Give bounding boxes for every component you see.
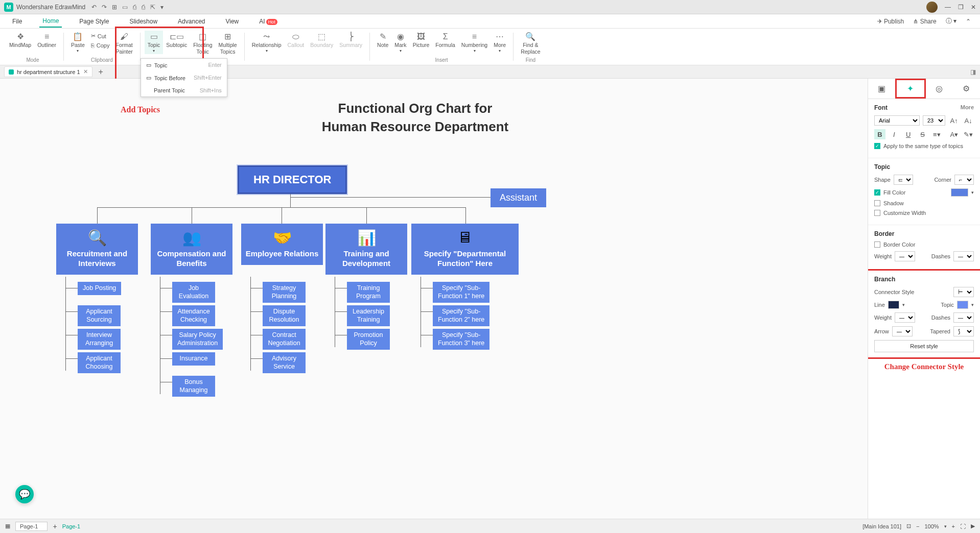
undo-icon[interactable]: ↶ bbox=[91, 4, 97, 11]
branch-dashes-select[interactable]: — bbox=[953, 312, 974, 323]
node-sub-2-1[interactable]: Dispute Resolution bbox=[263, 305, 306, 326]
font-shrink-icon[interactable]: A↓ bbox=[963, 115, 974, 126]
strike-button[interactable]: S bbox=[917, 129, 928, 139]
format-painter-button[interactable]: 🖌Format Painter bbox=[113, 31, 136, 56]
node-sub-0-3[interactable]: Applicant Choosing bbox=[78, 352, 121, 373]
node-sub-0-2[interactable]: Interview Arranging bbox=[78, 329, 121, 350]
node-sub-2-0[interactable]: Strategy Planning bbox=[263, 282, 306, 303]
help-icon[interactable]: ⓘ ▾ bbox=[946, 17, 956, 26]
node-sub-3-2[interactable]: Promotion Policy bbox=[347, 329, 390, 350]
print-icon[interactable]: ⎙ bbox=[142, 4, 145, 11]
highlight-button[interactable]: ✎▾ bbox=[963, 129, 974, 139]
font-color-button[interactable]: A▾ bbox=[948, 129, 960, 139]
minimize-button[interactable]: — bbox=[945, 4, 951, 11]
outliner-button[interactable]: ≡Outliner bbox=[34, 31, 59, 50]
node-dept-0[interactable]: 🔍Recruitment and Interviews bbox=[56, 224, 138, 275]
maximize-button[interactable]: ❐ bbox=[958, 4, 964, 11]
publish-button[interactable]: ✈ Publish bbox=[877, 18, 904, 25]
node-sub-1-2[interactable]: Salary Policy Administration bbox=[172, 329, 223, 350]
panel-toggle-icon[interactable]: ◨ bbox=[970, 68, 980, 76]
page-name[interactable]: Page-1 bbox=[62, 523, 80, 529]
connector-style-select[interactable]: ⊢ bbox=[953, 287, 974, 297]
node-sub-2-2[interactable]: Contract Negotiation bbox=[263, 329, 306, 350]
node-sub-1-0[interactable]: Job Evaluation bbox=[172, 282, 215, 303]
corner-select[interactable]: ⌐ bbox=[954, 175, 974, 185]
menu-view[interactable]: View bbox=[222, 16, 242, 27]
dd-topic[interactable]: ▭ TopicEnter bbox=[141, 59, 227, 71]
share-button[interactable]: ⋔ Share bbox=[913, 18, 936, 25]
align-button[interactable]: ≡▾ bbox=[931, 129, 942, 139]
summary-button[interactable]: ⎬Summary bbox=[336, 31, 365, 50]
fullscreen-icon[interactable]: ⛶ bbox=[960, 523, 966, 529]
dd-parent-topic[interactable]: Parent TopicShift+Ins bbox=[141, 84, 227, 96]
document-tab[interactable]: hr department structure 1 ✕ bbox=[4, 66, 92, 77]
font-grow-icon[interactable]: A↑ bbox=[948, 115, 960, 126]
mindmap-button[interactable]: ❖MindMap bbox=[6, 31, 34, 50]
presentation-icon[interactable]: ▶ bbox=[971, 523, 975, 529]
bold-button[interactable]: B bbox=[874, 129, 885, 139]
node-sub-3-1[interactable]: Leadership Training bbox=[347, 305, 390, 326]
menu-page-style[interactable]: Page Style bbox=[76, 16, 112, 27]
topic-button[interactable]: ▭Topic▾ bbox=[145, 31, 164, 54]
subtopic-button[interactable]: ⊏▭Subtopic bbox=[163, 31, 190, 50]
menu-advanced[interactable]: Advanced bbox=[175, 16, 208, 27]
note-button[interactable]: ✎Note bbox=[374, 31, 391, 50]
qat-dropdown-icon[interactable]: ▾ bbox=[160, 4, 164, 11]
user-avatar[interactable] bbox=[926, 2, 938, 13]
fill-color-chip[interactable] bbox=[951, 188, 968, 197]
node-sub-0-1[interactable]: Applicant Sourcing bbox=[78, 305, 121, 326]
dd-topic-before[interactable]: ▭ Topic BeforeShift+Enter bbox=[141, 71, 227, 84]
paste-button[interactable]: 📋Paste▾ bbox=[68, 31, 88, 54]
formula-button[interactable]: ΣFormula bbox=[432, 31, 458, 50]
panel-tab-settings[interactable]: ⚙ bbox=[953, 79, 980, 99]
page-select[interactable]: Page-1 bbox=[15, 522, 48, 531]
node-dept-3[interactable]: 📊Training and Development bbox=[325, 224, 407, 275]
font-size-select[interactable]: 23 bbox=[923, 115, 945, 126]
multiple-topics-button[interactable]: ⊞Multiple Topics bbox=[216, 31, 240, 56]
apply-same-checkbox[interactable]: ✓ bbox=[874, 143, 880, 149]
panel-tab-style[interactable]: ✦ bbox=[895, 79, 925, 99]
reset-style-button[interactable]: Reset style bbox=[874, 340, 974, 352]
node-sub-1-3[interactable]: Insurance bbox=[172, 352, 215, 366]
node-dept-4[interactable]: 🖥Specify "Departmental Function" Here bbox=[411, 224, 519, 275]
zoom-level[interactable]: 100% bbox=[924, 523, 939, 529]
close-tab-icon[interactable]: ✕ bbox=[83, 68, 88, 75]
menu-home[interactable]: Home bbox=[39, 15, 62, 28]
font-family-select[interactable]: Arial bbox=[874, 115, 920, 126]
more-button[interactable]: ⋯More▾ bbox=[491, 31, 509, 54]
node-assistant[interactable]: Assistant bbox=[491, 188, 546, 207]
boundary-button[interactable]: ⬚Boundary bbox=[307, 31, 336, 50]
customize-width-checkbox[interactable] bbox=[874, 210, 880, 216]
panel-tab-layout[interactable]: ▣ bbox=[868, 79, 895, 99]
add-page-button[interactable]: + bbox=[53, 522, 57, 530]
font-more-link[interactable]: More bbox=[961, 104, 974, 110]
zoom-out-icon[interactable]: − bbox=[916, 523, 919, 529]
new-icon[interactable]: ⊞ bbox=[112, 4, 117, 11]
line-color-chip[interactable] bbox=[888, 301, 899, 309]
export-icon[interactable]: ⇱ bbox=[150, 4, 155, 11]
node-root[interactable]: HR DIRECTOR bbox=[238, 165, 347, 194]
fill-color-checkbox[interactable]: ✓ bbox=[874, 189, 880, 196]
node-sub-4-0[interactable]: Specify "Sub- Function 1" here bbox=[433, 282, 489, 303]
branch-weight-select[interactable]: — bbox=[895, 312, 915, 323]
find-replace-button[interactable]: 🔍Find & Replace bbox=[518, 31, 544, 56]
mark-button[interactable]: ◉Mark▾ bbox=[391, 31, 409, 54]
node-sub-4-1[interactable]: Specify "Sub- Function 2" here bbox=[433, 305, 489, 326]
redo-icon[interactable]: ↷ bbox=[102, 4, 107, 11]
menu-slideshow[interactable]: Slideshow bbox=[126, 16, 160, 27]
close-button[interactable]: ✕ bbox=[971, 4, 976, 11]
picture-button[interactable]: 🖼Picture bbox=[410, 31, 433, 50]
border-weight-select[interactable]: — bbox=[895, 251, 915, 261]
node-sub-3-0[interactable]: Training Program bbox=[347, 282, 390, 303]
panel-tab-position[interactable]: ◎ bbox=[926, 79, 953, 99]
node-sub-2-3[interactable]: Advisory Service bbox=[263, 352, 306, 373]
zoom-in-icon[interactable]: + bbox=[952, 523, 955, 529]
relationship-button[interactable]: ⤳Relationship▾ bbox=[249, 31, 285, 54]
node-sub-1-1[interactable]: Attendance Checking bbox=[172, 305, 215, 326]
shape-select[interactable]: ▭ bbox=[894, 175, 913, 185]
border-color-checkbox[interactable] bbox=[874, 241, 880, 248]
numbering-button[interactable]: ≡Numbering▾ bbox=[458, 31, 491, 54]
node-sub-1-4[interactable]: Bonus Managing bbox=[172, 376, 215, 397]
node-dept-2[interactable]: 🤝Employee Relations bbox=[241, 224, 323, 265]
copy-button[interactable]: ⎘ Copy bbox=[89, 41, 112, 50]
